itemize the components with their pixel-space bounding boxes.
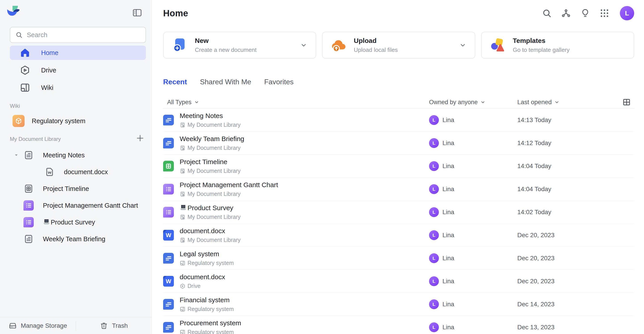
tab-recent[interactable]: Recent bbox=[163, 78, 187, 86]
org-chart-icon[interactable] bbox=[561, 8, 571, 18]
tree-item[interactable]: Weekly Team Briefing bbox=[5, 232, 147, 246]
cube-icon bbox=[12, 115, 24, 127]
location-icon bbox=[180, 168, 186, 174]
file-title[interactable]: document.docx bbox=[180, 227, 241, 235]
file-location: My Document Library bbox=[180, 122, 241, 128]
owner-avatar: L bbox=[429, 184, 439, 194]
more-actions-icon[interactable] bbox=[622, 230, 632, 240]
owner-avatar: L bbox=[429, 161, 439, 171]
tree-item[interactable]: Project Timeline bbox=[5, 182, 147, 196]
more-actions-icon[interactable] bbox=[622, 207, 632, 217]
sidebar-item-home[interactable]: Home bbox=[10, 46, 146, 60]
more-actions-icon[interactable] bbox=[622, 138, 632, 148]
new-document-icon bbox=[172, 37, 188, 54]
apps-grid-icon[interactable] bbox=[599, 8, 610, 18]
tab-shared-with-me[interactable]: Shared With Me bbox=[200, 78, 251, 86]
trash-icon bbox=[100, 322, 108, 330]
main-content: Home L New Create a new document bbox=[152, 0, 644, 334]
table-row[interactable]: Project Timeline My Document Library L L… bbox=[163, 155, 634, 178]
owner-filter[interactable]: Owned by anyone bbox=[429, 99, 486, 106]
base-file-icon bbox=[163, 207, 174, 217]
table-row[interactable]: Weekly Team Briefing My Document Library… bbox=[163, 132, 634, 155]
file-location: Regulatory system bbox=[180, 260, 234, 266]
file-title[interactable]: Project Management Gantt Chart bbox=[180, 181, 278, 189]
table-row[interactable]: Product Survey My Document Library L Lin… bbox=[163, 201, 634, 224]
grid-view-icon[interactable] bbox=[622, 98, 631, 107]
owner-name: Lina bbox=[442, 186, 454, 193]
search-icon[interactable] bbox=[542, 8, 552, 18]
last-opened-time: Dec 20, 2023 bbox=[517, 278, 619, 285]
type-filter[interactable]: All Types bbox=[163, 99, 200, 106]
table-row[interactable]: Meeting Notes My Document Library L Lina… bbox=[163, 109, 634, 132]
more-actions-icon[interactable] bbox=[622, 115, 632, 125]
search-input[interactable] bbox=[27, 31, 140, 39]
laptop-emoji-icon bbox=[180, 204, 187, 211]
file-title[interactable]: Project Timeline bbox=[180, 158, 241, 166]
tree-item[interactable]: document.docx bbox=[5, 165, 147, 179]
location-icon bbox=[180, 237, 186, 243]
file-location: Regulatory system bbox=[180, 306, 234, 312]
sidebar-item-regulatory-system[interactable]: Regulatory system bbox=[10, 113, 146, 129]
file-title[interactable]: Legal system bbox=[180, 250, 234, 258]
more-actions-icon[interactable] bbox=[622, 161, 632, 171]
add-document-icon[interactable] bbox=[136, 134, 144, 143]
sidebar-item-drive[interactable]: Drive bbox=[10, 63, 146, 77]
owner-name: Lina bbox=[442, 301, 454, 308]
doc-outline-icon bbox=[23, 234, 34, 244]
more-actions-icon[interactable] bbox=[622, 299, 632, 309]
file-title[interactable]: Product Survey bbox=[180, 204, 241, 212]
location-icon bbox=[180, 260, 186, 266]
file-title[interactable]: Financial system bbox=[180, 296, 234, 304]
doc-file-icon bbox=[163, 138, 174, 148]
sheet-file-icon bbox=[163, 161, 174, 171]
table-row[interactable]: W document.docx Drive L Lina Dec 20, 202… bbox=[163, 270, 634, 293]
collapse-sidebar-icon[interactable] bbox=[132, 8, 142, 18]
more-actions-icon[interactable] bbox=[622, 184, 632, 194]
doc-file-icon bbox=[163, 253, 174, 264]
sidebar-search[interactable] bbox=[10, 27, 146, 43]
owner-name: Lina bbox=[442, 278, 454, 285]
file-title[interactable]: Procurement system bbox=[180, 319, 241, 327]
table-row[interactable]: Procurement system Regulatory system L L… bbox=[163, 316, 634, 334]
app-window: HomeDriveWiki Wiki Regulatory system My … bbox=[0, 0, 644, 334]
tree-item[interactable]: Meeting Notes bbox=[5, 148, 147, 162]
owner-avatar: L bbox=[429, 230, 439, 240]
user-avatar[interactable]: L bbox=[620, 6, 634, 20]
caret-down-icon[interactable] bbox=[14, 152, 19, 158]
owner-name: Lina bbox=[442, 209, 454, 216]
owner-name: Lina bbox=[442, 232, 454, 239]
upload-cloud-icon bbox=[330, 37, 347, 54]
sidebar-item-wiki[interactable]: Wiki bbox=[10, 81, 146, 95]
table-row[interactable]: W document.docx My Document Library L Li… bbox=[163, 224, 634, 247]
sort-filter[interactable]: Last opened bbox=[517, 99, 560, 106]
file-title[interactable]: document.docx bbox=[180, 273, 225, 281]
manage-storage-button[interactable]: Manage Storage bbox=[0, 322, 76, 330]
word-file-icon: W bbox=[163, 230, 174, 240]
tab-favorites[interactable]: Favorites bbox=[264, 78, 294, 86]
more-actions-icon[interactable] bbox=[622, 276, 632, 286]
lightbulb-icon[interactable] bbox=[580, 8, 590, 18]
table-header: All Types Owned by anyone Last opened bbox=[163, 96, 634, 108]
last-opened-time: Dec 20, 2023 bbox=[517, 255, 619, 262]
table-row[interactable]: Financial system Regulatory system L Lin… bbox=[163, 293, 634, 316]
chevron-down-icon[interactable] bbox=[459, 41, 467, 49]
file-title[interactable]: Meeting Notes bbox=[180, 112, 241, 120]
more-actions-icon[interactable] bbox=[622, 322, 632, 332]
sidebar: HomeDriveWiki Wiki Regulatory system My … bbox=[0, 0, 152, 334]
new-document-card[interactable]: New Create a new document bbox=[163, 32, 316, 59]
owner-avatar: L bbox=[429, 115, 439, 125]
more-actions-icon[interactable] bbox=[622, 253, 632, 263]
trash-button[interactable]: Trash bbox=[76, 322, 152, 330]
drive-icon bbox=[19, 64, 31, 77]
table-row[interactable]: Project Management Gantt Chart My Docume… bbox=[163, 178, 634, 201]
table-row[interactable]: Legal system Regulatory system L Lina De… bbox=[163, 247, 634, 270]
upload-card[interactable]: Upload Upload local files bbox=[322, 32, 475, 59]
owner-name: Lina bbox=[442, 140, 454, 147]
chevron-down-icon[interactable] bbox=[300, 41, 308, 49]
file-title[interactable]: Weekly Team Briefing bbox=[180, 135, 244, 143]
location-icon bbox=[180, 306, 186, 312]
doc-outline-icon bbox=[23, 150, 34, 161]
templates-card[interactable]: Templates Go to template gallery bbox=[481, 32, 634, 59]
tree-item[interactable]: Project Management Gantt Chart bbox=[5, 198, 147, 213]
tree-item[interactable]: Product Survey bbox=[5, 215, 147, 229]
